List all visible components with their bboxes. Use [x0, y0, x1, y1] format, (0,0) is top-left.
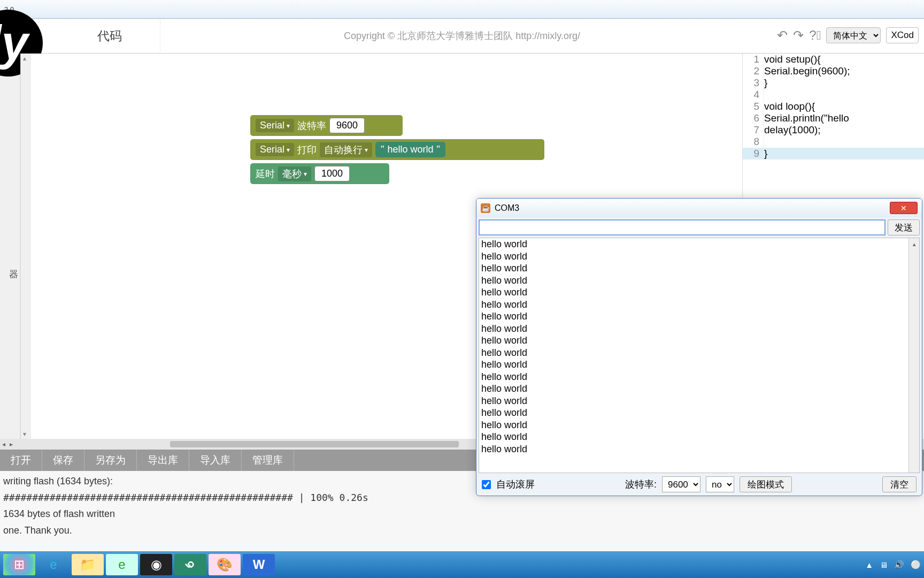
- serial-output-line: hello world: [481, 286, 917, 299]
- serial-monitor-dialog[interactable]: ☕ COM3 ✕ 发送 hello worldhello worldhello …: [476, 198, 922, 496]
- serial-output-line: hello world: [481, 347, 917, 359]
- block-serial-print[interactable]: Serial 打印 自动换行 " hello world ": [250, 139, 544, 160]
- print-label: 打印: [297, 143, 317, 156]
- serial-output-line: hello world: [481, 359, 917, 371]
- serial-output-line: hello world: [481, 407, 917, 419]
- serial-output-line: hello world: [481, 383, 917, 395]
- serial-output-line: hello world: [481, 310, 917, 323]
- serial-output-line: hello world: [481, 238, 917, 250]
- serial-output-line: hello world: [481, 262, 917, 275]
- dialog-title: COM3: [495, 203, 519, 213]
- scrollbar-thumb[interactable]: [170, 441, 459, 447]
- serial-output-line: hello world: [481, 250, 917, 263]
- taskbar[interactable]: ⊞ e 📁 e ◉ ꩜ 🎨 W ▲ 🖥 🔊 ⚪: [0, 551, 924, 578]
- category-sidebar[interactable]: 器 器 器: [0, 54, 20, 439]
- help-icon[interactable]: ?⃝: [809, 28, 821, 43]
- start-button[interactable]: ⊞: [3, 554, 35, 575]
- serial-output-line: hello world: [481, 275, 917, 287]
- baud-label: 波特率:: [625, 478, 657, 491]
- undo-icon[interactable]: ↶: [777, 28, 788, 43]
- baud-selector[interactable]: 9600: [662, 476, 700, 492]
- send-button[interactable]: 发送: [888, 219, 920, 235]
- tray-icon[interactable]: ▲: [865, 560, 873, 569]
- serial-output-line: hello world: [481, 395, 917, 407]
- header: ly 代码 Copyright © 北京师范大学博雅博士团队 http://mi…: [0, 19, 924, 54]
- delay-value[interactable]: 1000: [314, 166, 350, 181]
- xcod-button[interactable]: XCod: [886, 27, 919, 43]
- autowrap-dropdown[interactable]: 自动换行: [320, 142, 372, 157]
- ie-icon[interactable]: e: [37, 554, 70, 575]
- serial-port-dropdown[interactable]: Serial: [256, 119, 294, 132]
- save-button[interactable]: 保存: [42, 450, 84, 471]
- code-line: void setup(){: [764, 54, 821, 65]
- serial-port-dropdown[interactable]: Serial: [256, 143, 294, 156]
- output-scrollbar[interactable]: ▴: [908, 238, 919, 473]
- wps-icon[interactable]: W: [243, 554, 275, 575]
- serial-output-line: hello world: [481, 334, 917, 347]
- block-delay[interactable]: 延时 毫秒 1000: [250, 163, 389, 184]
- code-line: }: [764, 77, 767, 89]
- delay-label: 延时: [256, 168, 275, 180]
- autoscroll-checkbox[interactable]: [482, 480, 491, 489]
- redo-icon[interactable]: ↷: [793, 28, 804, 43]
- serial-output-line: hello world: [481, 419, 917, 431]
- java-icon: ☕: [481, 203, 490, 213]
- window-titlebar: 2.0: [0, 0, 924, 19]
- lineending-selector[interactable]: no: [706, 476, 734, 492]
- console-line: one. Thank you.: [3, 522, 921, 539]
- clear-button[interactable]: 清空: [882, 476, 917, 492]
- serial-output-line: hello world: [481, 323, 917, 335]
- tray-icon[interactable]: 🔊: [894, 560, 904, 569]
- quote-icon: ": [381, 144, 384, 155]
- system-tray[interactable]: ▲ 🖥 🔊 ⚪: [865, 560, 921, 569]
- delay-unit-dropdown[interactable]: 毫秒: [278, 166, 311, 181]
- saveas-button[interactable]: 另存为: [84, 450, 137, 471]
- plotmode-button[interactable]: 绘图模式: [740, 476, 792, 492]
- serial-output: hello worldhello worldhello worldhello w…: [479, 238, 920, 473]
- quote-icon: ": [436, 144, 440, 155]
- export-lib-button[interactable]: 导出库: [137, 450, 189, 471]
- cat-item[interactable]: 器: [7, 262, 20, 439]
- code-line: Serial.begin(9600);: [764, 65, 850, 77]
- code-line: delay(1000);: [764, 124, 821, 136]
- category-scrollbar[interactable]: ▴ ▾: [20, 54, 31, 439]
- console-line: 1634 bytes of flash written: [3, 506, 921, 522]
- dialog-titlebar[interactable]: ☕ COM3 ✕: [476, 199, 922, 217]
- serial-input[interactable]: [479, 219, 886, 235]
- code-line: }: [764, 148, 767, 159]
- tray-icon[interactable]: 🖥: [880, 560, 888, 569]
- language-selector[interactable]: 简体中文: [826, 27, 881, 43]
- block-serial-baud[interactable]: Serial 波特率 9600: [250, 115, 403, 136]
- code-line: Serial.println("hello: [764, 112, 849, 124]
- mixly-icon[interactable]: ꩜: [174, 554, 206, 575]
- browser-icon[interactable]: e: [106, 554, 138, 575]
- baud-value[interactable]: 9600: [329, 118, 365, 133]
- serial-output-line: hello world: [481, 371, 917, 383]
- serial-output-line: hello world: [481, 431, 917, 443]
- paint-icon[interactable]: 🎨: [209, 554, 241, 575]
- import-lib-button[interactable]: 导入库: [189, 450, 242, 471]
- obs-icon[interactable]: ◉: [140, 554, 172, 575]
- code-line: void loop(){: [764, 101, 815, 112]
- manage-lib-button[interactable]: 管理库: [242, 450, 294, 471]
- tray-icon[interactable]: ⚪: [911, 560, 921, 569]
- serial-output-line: hello world: [481, 299, 917, 311]
- close-button[interactable]: ✕: [890, 202, 918, 214]
- string-block[interactable]: " hello world ": [375, 142, 445, 157]
- autoscroll-label: 自动滚屏: [496, 478, 535, 491]
- serial-output-line: hello world: [481, 443, 917, 455]
- open-button[interactable]: 打开: [0, 450, 42, 471]
- baud-label: 波特率: [297, 119, 326, 132]
- explorer-icon[interactable]: 📁: [72, 554, 104, 575]
